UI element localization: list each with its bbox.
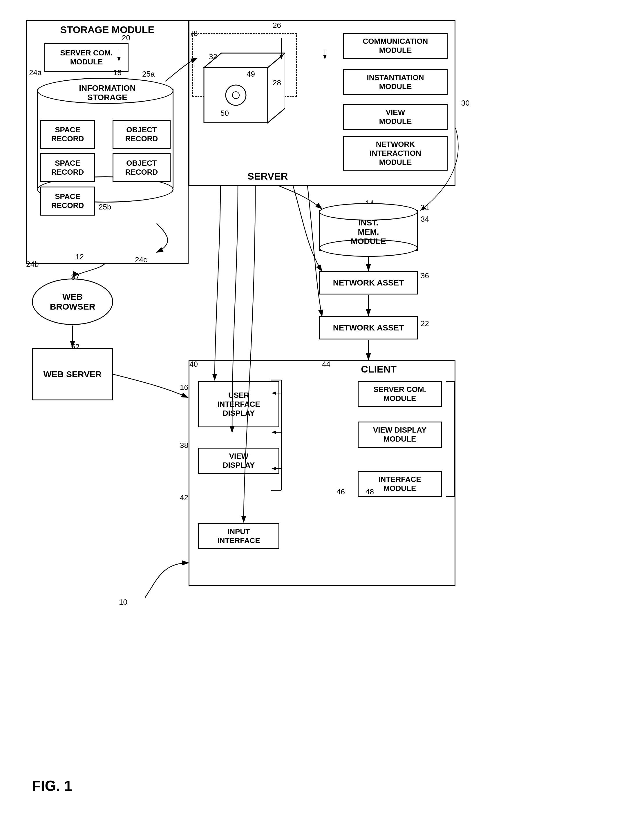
web-server: WEB SERVER bbox=[32, 348, 113, 401]
server-label: SERVER bbox=[247, 171, 288, 182]
client-server-com: SERVER COM. MODULE bbox=[358, 381, 442, 407]
ref-24b: 24b bbox=[26, 260, 39, 269]
view-module: VIEW MODULE bbox=[343, 104, 448, 130]
space-record-1: SPACE RECORD bbox=[40, 120, 95, 149]
ref-32: 32 bbox=[209, 52, 217, 61]
client-container: CLIENT USER INTERFACE DISPLAY SERVER COM… bbox=[189, 360, 455, 586]
client-bracket-top bbox=[446, 381, 455, 382]
space-record-3: SPACE RECORD bbox=[40, 186, 95, 216]
ref-46: 46 bbox=[337, 488, 345, 497]
net-interaction-module: NETWORK INTERACTION MODULE bbox=[343, 136, 448, 171]
fig-label: FIG. 1 bbox=[32, 778, 72, 794]
web-browser: WEB BROWSER bbox=[32, 278, 113, 325]
ref-49: 49 bbox=[247, 70, 255, 79]
ref-18: 18 bbox=[113, 68, 121, 77]
ref-50: 50 bbox=[220, 109, 229, 118]
ref-37: 37 bbox=[71, 273, 79, 282]
client-bracket-bottom bbox=[446, 496, 455, 497]
ref-31: 31 bbox=[421, 203, 429, 212]
ref-26: 26 bbox=[273, 21, 281, 30]
ref-25b: 25b bbox=[99, 202, 111, 211]
ref-44: 44 bbox=[322, 360, 331, 369]
view-display-module: VIEW DISPLAY MODULE bbox=[358, 422, 442, 448]
ref-28: 28 bbox=[273, 78, 281, 87]
ref-24a: 24a bbox=[29, 68, 42, 77]
client-label: CLIENT bbox=[361, 363, 397, 375]
uid-box: USER INTERFACE DISPLAY bbox=[198, 381, 279, 427]
svg-point-4 bbox=[232, 92, 239, 99]
ref-78: 78 bbox=[189, 29, 198, 38]
ref-10: 10 bbox=[119, 598, 127, 607]
view-display: VIEW DISPLAY bbox=[198, 448, 279, 474]
space-record-2: SPACE RECORD bbox=[40, 153, 95, 182]
inst-module: INSTANTIATION MODULE bbox=[343, 69, 448, 95]
ref-25a: 25a bbox=[142, 70, 155, 79]
ref-34: 34 bbox=[421, 215, 429, 224]
ref-12: 12 bbox=[75, 252, 84, 261]
server-container: SERVER COMMUNICATION MODULE INSTANTIATIO… bbox=[189, 20, 455, 186]
network-asset-22: NETWORK ASSET bbox=[319, 316, 418, 340]
ref-22: 22 bbox=[421, 319, 429, 328]
network-asset-36: NETWORK ASSET bbox=[319, 271, 418, 295]
storage-module-title: STORAGE MODULE bbox=[27, 24, 188, 36]
object-record-1: OBJECT RECORD bbox=[113, 120, 171, 149]
ref-20: 20 bbox=[122, 33, 130, 42]
ref-42: 42 bbox=[180, 493, 188, 502]
input-interface: INPUT INTERFACE bbox=[198, 523, 279, 549]
storage-module-container: STORAGE MODULE SERVER COM. MODULE INFORM… bbox=[26, 20, 189, 264]
ref-16: 16 bbox=[180, 383, 188, 392]
ref-52: 52 bbox=[71, 342, 79, 351]
ref-38: 38 bbox=[180, 441, 188, 450]
ref-24c: 24c bbox=[135, 255, 147, 264]
ref-30: 30 bbox=[461, 99, 470, 108]
client-right-bracket bbox=[453, 381, 455, 497]
ref-36: 36 bbox=[421, 271, 429, 280]
object-record-2: OBJECT RECORD bbox=[113, 153, 171, 182]
inst-mem-label: INST. MEM. MODULE bbox=[319, 209, 418, 255]
ref-40: 40 bbox=[189, 360, 198, 369]
server-com-module: SERVER COM. MODULE bbox=[44, 43, 129, 72]
info-storage-label: INFORMATION STORAGE bbox=[27, 84, 188, 102]
ref-48: 48 bbox=[366, 488, 374, 497]
comm-module: COMMUNICATION MODULE bbox=[343, 33, 448, 59]
